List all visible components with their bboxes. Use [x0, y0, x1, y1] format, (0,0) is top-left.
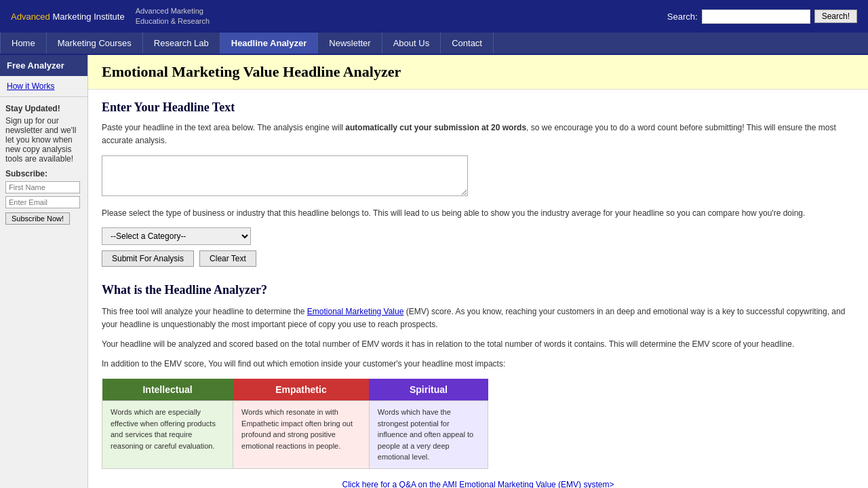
th-spiritual: Spiritual — [369, 379, 488, 401]
page-title-area: Emotional Marketing Value Headline Analy… — [88, 55, 868, 90]
nav-item-contact[interactable]: Contact — [441, 33, 494, 54]
sidebar-free-analyzer: Free Analyzer — [0, 55, 87, 76]
logo-advanced: Advanced — [11, 12, 50, 22]
stay-updated-title: Stay Updated! — [5, 104, 82, 113]
nav: Home Marketing Courses Research Lab Head… — [0, 33, 868, 55]
subscribe-label: Subscribe: — [5, 169, 82, 179]
subscribe-button[interactable]: Subscribe Now! — [5, 212, 70, 225]
nav-item-about-us[interactable]: About Us — [382, 33, 441, 54]
headline-textarea[interactable] — [102, 155, 468, 196]
header-tagline: Advanced Marketing Education & Research — [136, 6, 210, 27]
instructions-text: Paste your headline in the text area bel… — [102, 121, 854, 147]
first-name-input[interactable] — [5, 181, 80, 193]
td-intellectual: Words which are especially effective whe… — [102, 401, 233, 469]
what-is-title: What is the Headline Analyzer? — [102, 283, 854, 297]
logo-area: Advanced Marketing Institute Advanced Ma… — [11, 6, 210, 27]
logo-rest: Marketing Institute — [50, 12, 125, 22]
layout: Free Analyzer How it Works Stay Updated!… — [0, 55, 868, 488]
emotion-table: Intellectual Empathetic Spiritual Words … — [102, 379, 488, 469]
th-empathetic: Empathetic — [233, 379, 370, 401]
buttons-row: Submit For Analysis Clear Text — [102, 250, 256, 267]
nav-item-research-lab[interactable]: Research Lab — [143, 33, 220, 54]
what-is-p2: Your headline will be analyzed and score… — [102, 338, 854, 351]
stay-updated-text: Sign up for our newsletter and we'll let… — [5, 116, 76, 164]
main-content: Emotional Marketing Value Headline Analy… — [88, 55, 868, 488]
sidebar-stay-updated: Stay Updated! Sign up for our newsletter… — [0, 96, 87, 231]
category-instructions: Please select the type of business or in… — [102, 207, 854, 220]
nav-item-home[interactable]: Home — [0, 33, 47, 54]
category-select[interactable]: --Select a Category-- — [102, 227, 251, 245]
category-row: --Select a Category-- — [102, 227, 251, 245]
content-area: Enter Your Headline Text Paste your head… — [88, 90, 868, 488]
search-input[interactable] — [702, 10, 810, 24]
emv-link[interactable]: Emotional Marketing Value — [307, 307, 404, 316]
td-spiritual: Words which have the strongest potential… — [369, 401, 488, 469]
sidebar-how-it-works[interactable]: How it Works — [0, 76, 87, 96]
search-button[interactable]: Search! — [814, 10, 857, 23]
what-is-p1: This free tool will analyze your headlin… — [102, 305, 854, 331]
what-is-section: What is the Headline Analyzer? This free… — [102, 283, 854, 488]
nav-item-headline-analyzer[interactable]: Headline Analyzer — [220, 33, 319, 54]
submit-button[interactable]: Submit For Analysis — [102, 250, 194, 267]
what-is-p3: In addition to the EMV score, You will f… — [102, 358, 854, 371]
sidebar: Free Analyzer How it Works Stay Updated!… — [0, 55, 88, 488]
email-input[interactable] — [5, 196, 80, 208]
nav-item-marketing-courses[interactable]: Marketing Courses — [47, 33, 143, 54]
td-empathetic: Words which resonate in with Empathetic … — [233, 401, 370, 469]
bottom-link[interactable]: Click here for a Q&A on the AMI Emotiona… — [102, 480, 854, 488]
search-area: Search: Search! — [667, 10, 857, 24]
search-label: Search: — [667, 12, 698, 22]
logo: Advanced Marketing Institute — [11, 12, 125, 22]
nav-item-newsletter[interactable]: Newsletter — [318, 33, 382, 54]
th-intellectual: Intellectual — [102, 379, 233, 401]
header: Advanced Marketing Institute Advanced Ma… — [0, 0, 868, 33]
section-headline: Enter Your Headline Text — [102, 100, 854, 115]
form-controls: --Select a Category-- Submit For Analysi… — [102, 227, 854, 267]
clear-button[interactable]: Clear Text — [199, 250, 256, 267]
page-title: Emotional Marketing Value Headline Analy… — [102, 63, 854, 81]
